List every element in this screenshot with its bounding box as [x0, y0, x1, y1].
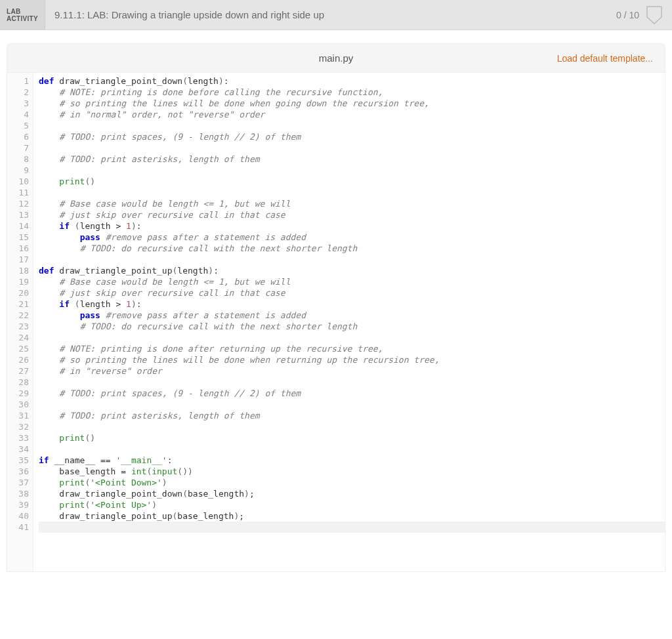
code-line[interactable]	[39, 187, 665, 198]
line-number: 41	[7, 522, 29, 533]
filename-label: main.py	[319, 52, 354, 64]
code-line[interactable]: def draw_triangle_point_down(length):	[39, 75, 665, 87]
code-line[interactable]: # Base case would be length <= 1, but we…	[39, 198, 665, 209]
code-editor[interactable]: 1234567891011121314151617181920212223242…	[7, 73, 665, 571]
code-line[interactable]: # just skip over recursive call in that …	[39, 209, 665, 220]
code-line[interactable]	[39, 443, 665, 455]
code-line[interactable]: # NOTE: printing is done before calling …	[39, 87, 665, 98]
line-number: 21	[7, 299, 29, 310]
code-line[interactable]: # so printing the lines will be done whe…	[39, 354, 665, 365]
line-number: 19	[7, 276, 29, 287]
line-number: 16	[7, 243, 29, 254]
line-number: 2	[7, 87, 29, 98]
line-number: 13	[7, 209, 29, 220]
badge-line1: LAB	[7, 8, 38, 15]
line-number: 20	[7, 287, 29, 299]
code-line[interactable]: base_length = int(input())	[39, 466, 665, 477]
code-line[interactable]: # TODO: print asterisks, length of them	[39, 410, 665, 421]
line-number: 26	[7, 354, 29, 365]
code-line[interactable]: # TODO: print spaces, (9 - length // 2) …	[39, 131, 665, 142]
code-line[interactable]: pass #remove pass after a statement is a…	[39, 232, 665, 243]
line-number: 34	[7, 443, 29, 455]
line-number-gutter: 1234567891011121314151617181920212223242…	[7, 73, 33, 571]
code-line[interactable]	[39, 399, 665, 410]
line-number: 31	[7, 410, 29, 421]
shield-icon	[646, 5, 663, 25]
lab-title: 9.11.1: LAB: Drawing a triangle upside d…	[45, 9, 616, 20]
code-line[interactable]: if (length > 1):	[39, 220, 665, 232]
line-number: 39	[7, 499, 29, 510]
code-line[interactable]: pass #remove pass after a statement is a…	[39, 310, 665, 321]
code-line[interactable]: # TODO: do recursive call with the next …	[39, 321, 665, 332]
line-number: 23	[7, 321, 29, 332]
line-number: 29	[7, 388, 29, 399]
line-number: 33	[7, 432, 29, 443]
code-line[interactable]: # Base case would be length <= 1, but we…	[39, 276, 665, 287]
line-number: 3	[7, 98, 29, 109]
code-line[interactable]: print()	[39, 432, 665, 443]
line-number: 24	[7, 332, 29, 343]
code-line[interactable]: # just skip over recursive call in that …	[39, 287, 665, 299]
line-number: 8	[7, 154, 29, 165]
line-number: 25	[7, 343, 29, 354]
code-line[interactable]: if __name__ == '__main__':	[39, 455, 665, 466]
code-line[interactable]: print('<Point Up>')	[39, 499, 665, 510]
line-number: 1	[7, 75, 29, 87]
line-number: 22	[7, 310, 29, 321]
line-number: 7	[7, 142, 29, 154]
code-line[interactable]: # TODO: print asterisks, length of them	[39, 154, 665, 165]
code-line[interactable]	[39, 332, 665, 343]
code-line[interactable]: # in "reverse" order	[39, 365, 665, 377]
code-line[interactable]	[39, 142, 665, 154]
line-number: 11	[7, 187, 29, 198]
line-number: 4	[7, 109, 29, 120]
lab-badge: LAB ACTIVITY	[0, 0, 45, 30]
code-line[interactable]: # so printing the lines will be done whe…	[39, 98, 665, 109]
score-label: 0 / 10	[616, 10, 646, 20]
badge-line2: ACTIVITY	[7, 15, 38, 22]
code-line[interactable]: draw_triangle_point_up(base_length);	[39, 510, 665, 522]
line-number: 30	[7, 399, 29, 410]
code-line[interactable]: # in "normal" order, not "reverse" order	[39, 109, 665, 120]
code-line[interactable]	[39, 421, 665, 432]
line-number: 28	[7, 377, 29, 388]
code-line[interactable]: print()	[39, 176, 665, 187]
line-number: 36	[7, 466, 29, 477]
code-line[interactable]: def draw_triangle_point_up(length):	[39, 265, 665, 276]
line-number: 9	[7, 165, 29, 176]
line-number: 18	[7, 265, 29, 276]
code-line[interactable]: # NOTE: printing is done after returning…	[39, 343, 665, 354]
code-line[interactable]	[39, 522, 665, 533]
line-number: 38	[7, 488, 29, 499]
editor-header: main.py Load default template...	[7, 44, 665, 73]
lab-header: LAB ACTIVITY 9.11.1: LAB: Drawing a tria…	[0, 0, 672, 30]
line-number: 5	[7, 120, 29, 131]
code-line[interactable]	[39, 254, 665, 265]
code-line[interactable]: # TODO: do recursive call with the next …	[39, 243, 665, 254]
code-line[interactable]: print('<Point Down>')	[39, 477, 665, 488]
line-number: 6	[7, 131, 29, 142]
code-line[interactable]	[39, 165, 665, 176]
code-line[interactable]: draw_triangle_point_down(base_length);	[39, 488, 665, 499]
line-number: 14	[7, 220, 29, 232]
load-template-link[interactable]: Load default template...	[557, 53, 653, 64]
code-line[interactable]: # TODO: print spaces, (9 - length // 2) …	[39, 388, 665, 399]
line-number: 32	[7, 421, 29, 432]
line-number: 12	[7, 198, 29, 209]
line-number: 27	[7, 365, 29, 377]
code-line[interactable]	[39, 377, 665, 388]
line-number: 35	[7, 455, 29, 466]
code-line[interactable]	[39, 120, 665, 131]
line-number: 40	[7, 510, 29, 522]
line-number: 10	[7, 176, 29, 187]
code-content[interactable]: def draw_triangle_point_down(length): # …	[33, 73, 665, 571]
line-number: 37	[7, 477, 29, 488]
line-number: 17	[7, 254, 29, 265]
code-line[interactable]: if (length > 1):	[39, 299, 665, 310]
code-editor-panel: main.py Load default template... 1234567…	[7, 43, 665, 572]
line-number: 15	[7, 232, 29, 243]
